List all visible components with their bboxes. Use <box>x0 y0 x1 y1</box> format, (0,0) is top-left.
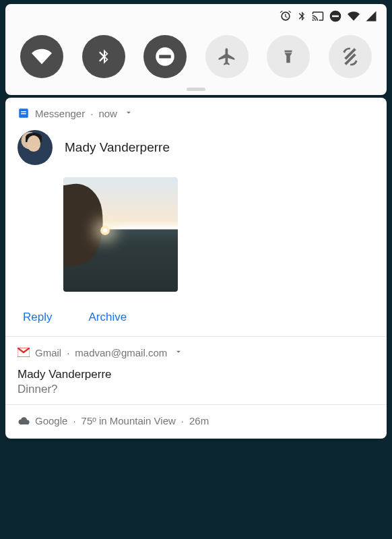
notification-shade: Messenger · now Mady Vanderperre Reply A… <box>5 98 387 439</box>
gmail-sender: Mady Vanderperre <box>18 368 374 381</box>
separator-dot: · <box>181 415 184 426</box>
separator-dot: · <box>67 347 69 358</box>
qs-bluetooth-toggle[interactable] <box>82 35 125 78</box>
gmail-header[interactable]: Gmail · madvan@gmail.com <box>18 346 374 358</box>
dnd-status-icon <box>329 9 342 23</box>
messenger-sender: Mady Vanderperre <box>65 140 170 155</box>
messenger-sender-row: Mady Vanderperre <box>18 130 374 165</box>
weather-notification[interactable]: Google · 75º in Mountain View · 26m <box>5 404 387 439</box>
separator-dot: · <box>90 108 93 119</box>
sender-avatar <box>18 130 53 165</box>
qs-airplane-toggle[interactable] <box>205 35 249 78</box>
quick-settings-row <box>5 26 387 85</box>
svg-rect-6 <box>21 113 26 115</box>
svg-rect-1 <box>332 15 339 18</box>
gmail-subject: Dinner? <box>18 383 374 396</box>
bluetooth-icon <box>296 9 307 23</box>
messenger-header[interactable]: Messenger · now <box>18 107 374 119</box>
cast-icon <box>311 10 325 22</box>
qs-wifi-toggle[interactable] <box>20 35 63 78</box>
qs-flashlight-toggle[interactable] <box>267 35 310 78</box>
gmail-notification[interactable]: Gmail · madvan@gmail.com Mady Vanderperr… <box>5 336 387 404</box>
alarm-icon <box>279 9 292 23</box>
chevron-down-icon[interactable] <box>124 108 133 119</box>
wifi-status-icon <box>346 10 361 22</box>
svg-rect-5 <box>21 111 26 113</box>
signal-icon <box>365 10 377 22</box>
messenger-app-name: Messenger <box>35 108 85 119</box>
gmail-app-name: Gmail <box>35 347 61 358</box>
separator-dot: · <box>73 415 75 426</box>
messenger-app-icon <box>18 107 30 119</box>
weather-header: Google · 75º in Mountain View · 26m <box>18 414 374 426</box>
messenger-time: now <box>98 108 117 119</box>
weather-time: 26m <box>189 415 209 426</box>
qs-drag-handle[interactable] <box>187 88 205 91</box>
qs-rotation-toggle[interactable] <box>329 35 372 78</box>
reply-button[interactable]: Reply <box>23 311 52 324</box>
qs-dnd-toggle[interactable] <box>143 35 187 78</box>
cloud-icon <box>18 414 30 426</box>
messenger-actions: Reply Archive <box>18 297 374 328</box>
message-image-attachment[interactable] <box>63 177 178 292</box>
status-bar <box>5 4 387 26</box>
weather-summary: 75º in Mountain View <box>81 415 176 426</box>
quick-settings-panel <box>5 4 387 95</box>
messenger-notification[interactable]: Messenger · now Mady Vanderperre Reply A… <box>5 98 387 336</box>
archive-button[interactable]: Archive <box>88 311 127 324</box>
chevron-down-icon[interactable] <box>174 347 183 358</box>
gmail-app-icon <box>18 346 30 358</box>
weather-app-name: Google <box>35 415 67 426</box>
svg-rect-3 <box>159 55 171 59</box>
gmail-account: madvan@gmail.com <box>75 347 167 358</box>
